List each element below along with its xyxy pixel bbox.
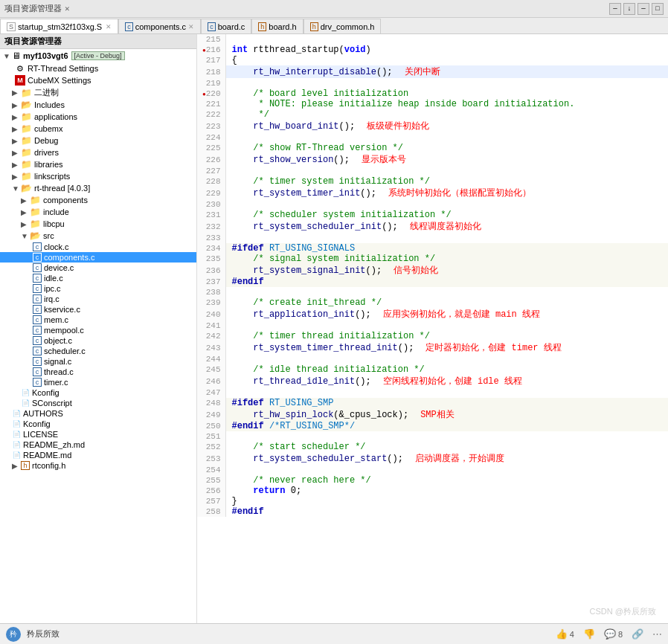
authors-label: AUTHORS: [23, 409, 63, 418]
tree-item-mempool-c[interactable]: c mempool.c: [0, 325, 196, 335]
likes-stat[interactable]: 👍 4: [556, 628, 574, 640]
signal-c-label: signal.c: [44, 357, 71, 366]
tab-components-label: components.c: [135, 22, 186, 31]
license-icon: 📄: [12, 431, 21, 438]
tree-item-thread-c[interactable]: c thread.c: [0, 367, 196, 377]
tree-item-libraries[interactable]: ▶ 📁 libraries: [0, 158, 196, 170]
dislikes-stat[interactable]: 👎: [583, 628, 595, 640]
tab-board-c[interactable]: c board.c: [201, 19, 251, 33]
tree-item-license[interactable]: 📄 LICENSE: [0, 429, 196, 439]
license-label: LICENSE: [23, 430, 58, 439]
restore-icon[interactable]: ─: [638, 3, 649, 15]
src-folder-toggle: ▼: [21, 232, 30, 240]
tree-item-rt-settings[interactable]: ⚙ RT-Thread Settings: [0, 62, 196, 74]
top-bar-close[interactable]: ✕: [65, 4, 70, 13]
more-icon: ⋯: [652, 628, 662, 640]
tree-item-libcpu-folder[interactable]: ▶ 📁 libcpu: [0, 218, 196, 230]
line-content: /* start scheduler */: [225, 442, 668, 452]
line-content: {: [225, 55, 668, 65]
tree-item-clock-c[interactable]: c clock.c: [0, 242, 196, 252]
libcpu-folder-icon: 📁: [30, 219, 41, 229]
line-content: [225, 287, 668, 297]
tree-item-components-folder[interactable]: ▶ 📁 components: [0, 194, 196, 206]
idle-c-label: idle.c: [44, 274, 63, 283]
tree-item-scheduler-c[interactable]: c scheduler.c: [0, 346, 196, 356]
line-content: /* signal system initialization */: [225, 254, 668, 264]
tree-item-mem-c[interactable]: c mem.c: [0, 315, 196, 325]
tree-root[interactable]: ▼ 🖥 myf103vgt6 [Active - Debug]: [0, 49, 196, 62]
line-content: [225, 387, 668, 398]
tree-item-debug[interactable]: ▶ 📁 Debug: [0, 135, 196, 146]
line-content: [225, 199, 668, 210]
src-folder-label: src: [43, 231, 54, 240]
line-content: rt_system_timer_init();系统时钟初始化（根据配置初始化）: [225, 187, 668, 199]
line-content: [225, 132, 668, 143]
tree-item-src-folder[interactable]: ▼ 📂 src: [0, 230, 196, 242]
tree-item-cubemx-folder[interactable]: ▶ 📁 cubemx: [0, 123, 196, 135]
tree-item-rt-thread[interactable]: ▼ 📂 rt-thread [4.0.3]: [0, 182, 196, 194]
tree-item-idle-c[interactable]: c idle.c: [0, 273, 196, 283]
thread-c-label: thread.c: [44, 367, 74, 376]
tree-item-signal-c[interactable]: c signal.c: [0, 356, 196, 367]
linkscripts-label: linkscripts: [34, 172, 70, 181]
username: 矜辰所致: [27, 628, 60, 640]
tree-item-object-c[interactable]: c object.c: [0, 335, 196, 346]
share-stat[interactable]: 🔗: [632, 628, 643, 640]
tree-item-include-folder[interactable]: ▶ 📁 include: [0, 206, 196, 218]
minimize-icon[interactable]: ─: [609, 3, 621, 15]
close-window-icon[interactable]: □: [652, 3, 664, 15]
tree-item-includes[interactable]: ▶ 📂 Includes: [0, 99, 196, 111]
line-content: }: [225, 496, 668, 506]
timer-c-icon: c: [33, 378, 42, 387]
tree-item-kservice-c[interactable]: c kservice.c: [0, 304, 196, 315]
tree-item-kconfig-root[interactable]: 📄 Kconfig: [0, 419, 196, 429]
line-content: * NOTE: please initialize heap inside bo…: [225, 99, 668, 109]
line-number: 241: [197, 321, 225, 331]
thumbs-down-icon: 👎: [583, 628, 595, 640]
tree-item-timer-c[interactable]: c timer.c: [0, 377, 196, 387]
cubemx-folder-label: cubemx: [34, 124, 63, 133]
tab-startup[interactable]: S startup_stm32f103xg.S ✕: [0, 19, 118, 34]
tab-components[interactable]: c components.c ✕: [118, 19, 201, 33]
tab-components-close[interactable]: ✕: [188, 23, 194, 30]
code-table: 215 ●216int rtthread_startup(void)217{21…: [197, 34, 668, 517]
tree-item-readme-zh[interactable]: 📄 README_zh.md: [0, 439, 196, 450]
tab-board-h-label: board.h: [269, 22, 296, 31]
tree-item-components-c[interactable]: c components.c: [0, 252, 196, 263]
tab-board-h[interactable]: h board.h: [251, 19, 303, 33]
top-bar-title: 项目资源管理器: [4, 3, 62, 14]
maximize-icon[interactable]: ↓: [623, 3, 635, 15]
tree-item-authors[interactable]: 📄 AUTHORS: [0, 408, 196, 419]
root-icon: 🖥: [12, 51, 21, 61]
tree-item-device-c[interactable]: c device.c: [0, 263, 196, 273]
comments-stat[interactable]: 💬 8: [604, 628, 623, 640]
line-content: [225, 34, 668, 45]
tab-board-h-icon: h: [258, 22, 266, 31]
tree-item-applications[interactable]: ▶ 📁 applications: [0, 111, 196, 123]
tab-drv-common[interactable]: h drv_common.h: [304, 19, 382, 33]
code-line-233: 233: [197, 233, 668, 243]
libraries-toggle: ▶: [12, 161, 21, 169]
code-line-243: 243 rt_system_timer_thread_init();定时器初始化…: [197, 341, 668, 354]
code-line-218: 218 rt_hw_interrupt_disable();关闭中断: [197, 65, 668, 78]
include-folder-label: include: [43, 207, 69, 216]
tree-item-readme[interactable]: 📄 README.md: [0, 450, 196, 460]
drivers-folder-icon: 📁: [21, 147, 32, 158]
line-content: rt_system_timer_thread_init();定时器初始化，创建 …: [225, 341, 668, 354]
rt-thread-toggle: ▼: [12, 184, 21, 193]
tab-startup-close[interactable]: ✕: [106, 23, 112, 30]
line-content: [225, 354, 668, 364]
tree-item-ipc-c[interactable]: c ipc.c: [0, 283, 196, 294]
tree-item-drivers[interactable]: ▶ 📁 drivers: [0, 146, 196, 158]
more-stat[interactable]: ⋯: [652, 628, 662, 640]
tree-item-linkscripts[interactable]: ▶ 📁 linkscripts: [0, 170, 196, 182]
line-number: 230: [197, 199, 225, 210]
tree-item-rtconfig-h[interactable]: ▶ h rtconfig.h: [0, 460, 196, 471]
tree-item-cubemx[interactable]: M CubeMX Settings: [0, 74, 196, 86]
tree-item-binary[interactable]: ▶ 📁 二进制: [0, 86, 196, 99]
code-editor[interactable]: 215 ●216int rtthread_startup(void)217{21…: [197, 34, 668, 623]
line-content: rt_system_scheduler_init();线程调度器初始化: [225, 220, 668, 233]
tree-item-kconfig-sub[interactable]: 📄 Kconfig: [0, 387, 196, 398]
tree-item-irq-c[interactable]: c irq.c: [0, 294, 196, 304]
tree-item-sconscript[interactable]: 📄 SConscript: [0, 398, 196, 408]
